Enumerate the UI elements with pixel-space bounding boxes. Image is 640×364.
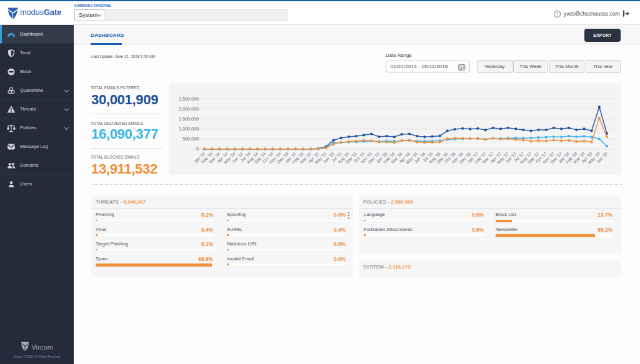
svg-text:0: 0	[196, 146, 199, 152]
svg-text:2,000,000: 2,000,000	[179, 106, 199, 112]
svg-text:1,000,000: 1,000,000	[179, 126, 199, 132]
svg-text:1,500,000: 1,500,000	[179, 116, 199, 122]
svg-text:2,500,000: 2,500,000	[179, 96, 199, 102]
svg-text:500,000: 500,000	[182, 136, 199, 142]
